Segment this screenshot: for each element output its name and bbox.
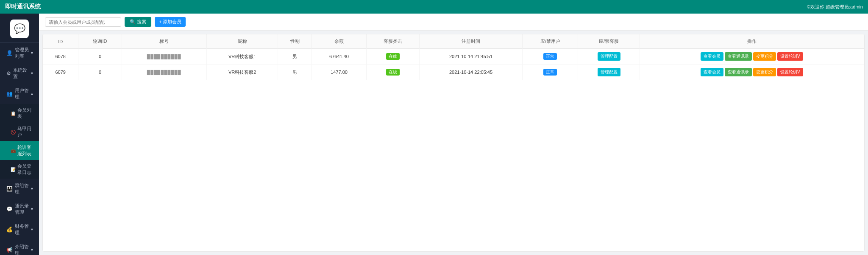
col-service-type: 客服类击	[366, 34, 419, 49]
view-contacts-btn-2[interactable]: 查看通讯录	[725, 68, 752, 76]
user-status-badge-2: 正常	[543, 69, 557, 76]
view-member-btn-1[interactable]: 查看会员	[701, 52, 723, 61]
table-row: 6079 0 ██████████ VR科技客服2 男 1477.00 在线 2…	[43, 64, 864, 80]
table-container: ID 轮询ID 标号 昵称 性别 余额 客服类击 注册时间 应/禁用户 应/禁客…	[42, 34, 865, 252]
toolbar: 🔍 搜索 + 添加会员	[39, 14, 868, 31]
col-number: 标号	[122, 34, 206, 49]
sidebar-sub-item-login-log[interactable]: 📝 会员登录日志	[0, 160, 39, 179]
manage-btn-2[interactable]: 管理配置	[598, 68, 620, 76]
cell-nickname-2: VR科技客服2	[206, 64, 278, 80]
sidebar-label-message: 通讯录管理	[15, 203, 30, 216]
cell-actions-2: 查看会员 查看通讯录 变更积分 设置轮训V	[640, 64, 864, 80]
cell-service-status-1: 管理配置	[578, 49, 640, 64]
masked-number-2: ██████████	[147, 70, 181, 75]
sidebar-sub-label-black-user: 马甲用户	[17, 126, 34, 138]
sidebar-label-manager: 管理员列表	[15, 47, 30, 59]
col-nickname: 昵称	[206, 34, 278, 49]
chevron-icon-manager: ▼	[30, 51, 34, 55]
manage-btn-1[interactable]: 管理配置	[598, 52, 620, 61]
col-actions: 操作	[640, 34, 864, 49]
sidebar-sub-item-black-user[interactable]: 🚫 马甲用户	[0, 123, 39, 141]
sidebar-label-complaint: 介绍管理	[15, 244, 30, 255]
col-balance: 余额	[312, 34, 367, 49]
sidebar-sub-item-member-list[interactable]: 📋 会员列表	[0, 104, 39, 123]
sidebar-item-user-management[interactable]: 👥 用户管理 ▲	[0, 84, 39, 104]
sidebar-sub-label-member-list: 会员列表	[17, 107, 34, 120]
col-service-status: 应/禁客服	[578, 34, 640, 49]
cell-service-type-1: 在线	[366, 49, 419, 64]
sidebar-item-message-management[interactable]: 💬 通讯录管理 ▼	[0, 199, 39, 219]
main-layout: 💬 👤 管理员列表 ▼ ⚙ 系统设置 ▼	[0, 14, 868, 255]
user-mgmt-icon: 👥	[6, 91, 13, 97]
top-header: 即时通讯系统 ©欢迎你,超级管理员:admin	[0, 0, 868, 14]
cell-round-id-2: 0	[78, 64, 122, 80]
search-icon: 🔍	[130, 19, 136, 25]
cell-id-2: 6079	[43, 64, 78, 80]
add-member-button[interactable]: + 添加会员	[155, 17, 186, 27]
col-gender: 性别	[278, 34, 312, 49]
search-input[interactable]	[45, 17, 121, 27]
black-user-icon: 🚫	[11, 130, 16, 135]
cell-actions-1: 查看会员 查看通讯录 变更积分 设置轮训V	[640, 49, 864, 64]
service-type-badge-2: 在线	[386, 69, 400, 76]
cell-round-id-1: 0	[78, 49, 122, 64]
cell-balance-1: 67641.40	[312, 49, 367, 64]
cell-balance-2: 1477.00	[312, 64, 367, 80]
cs-list-icon: 💼	[11, 149, 16, 153]
manager-icon: 👤	[6, 50, 13, 56]
finance-icon: 💰	[6, 227, 13, 233]
user-status-badge-1: 正常	[543, 53, 557, 60]
sidebar-menu: 👤 管理员列表 ▼ ⚙ 系统设置 ▼ 👥 用户管理 ▲	[0, 43, 39, 255]
chevron-icon-complaint: ▼	[30, 248, 34, 252]
sidebar-logo: 💬	[0, 14, 39, 43]
sidebar-item-group-management[interactable]: 👪 群组管理 ▼	[0, 179, 39, 199]
set-rotation-btn-2[interactable]: 设置轮训V	[777, 68, 803, 76]
view-contacts-btn-1[interactable]: 查看通讯录	[725, 52, 752, 61]
sidebar-item-system-settings[interactable]: ⚙ 系统设置 ▼	[0, 63, 39, 84]
user-info: ©欢迎你,超级管理员:admin	[807, 4, 863, 10]
sidebar-item-complaint[interactable]: 📢 介绍管理 ▼	[0, 240, 39, 255]
cell-register-time-2: 2021-10-14 22:05:45	[419, 64, 523, 80]
chevron-icon-finance: ▼	[30, 227, 34, 232]
sidebar-item-manager-list[interactable]: 👤 管理员列表 ▼	[0, 43, 39, 63]
sidebar-label-settings: 系统设置	[13, 67, 30, 80]
search-label: 搜索	[137, 19, 146, 25]
group-mgmt-icon: 👪	[6, 186, 13, 192]
table-row: 6078 0 ██████████ VR科技客服1 男 67641.40 在线 …	[43, 49, 864, 64]
cell-register-time-1: 2021-10-14 21:45:51	[419, 49, 523, 64]
col-user-status: 应/禁用户	[523, 34, 578, 49]
message-icon: 💬	[6, 206, 13, 212]
login-log-icon: 📝	[11, 167, 16, 172]
service-type-badge-1: 在线	[386, 53, 400, 60]
action-group-1: 查看会员 查看通讯录 变更积分 设置轮训V	[643, 52, 860, 61]
cell-service-status-2: 管理配置	[578, 64, 640, 80]
view-member-btn-2[interactable]: 查看会员	[701, 68, 723, 76]
logo-icon: 💬	[10, 20, 29, 38]
sidebar-label-user-mgmt: 用户管理	[15, 87, 30, 100]
data-table: ID 轮询ID 标号 昵称 性别 余额 客服类击 注册时间 应/禁用户 应/禁客…	[43, 34, 864, 80]
cell-id-1: 6078	[43, 49, 78, 64]
settings-icon: ⚙	[6, 70, 11, 76]
cell-gender-1: 男	[278, 49, 312, 64]
chevron-icon-group: ▼	[30, 187, 34, 191]
member-list-icon: 📋	[11, 111, 16, 116]
change-points-btn-1[interactable]: 变更积分	[753, 52, 776, 61]
col-round-id: 轮询ID	[78, 34, 122, 49]
change-points-btn-2[interactable]: 变更积分	[753, 68, 776, 76]
cell-gender-2: 男	[278, 64, 312, 80]
cell-service-type-2: 在线	[366, 64, 419, 80]
cell-nickname-1: VR科技客服1	[206, 49, 278, 64]
cell-user-status-2: 正常	[523, 64, 578, 80]
sidebar-item-finance[interactable]: 💰 财务管理 ▼	[0, 219, 39, 240]
sidebar-sub-item-customer-service[interactable]: 💼 轮训客服列表	[0, 141, 39, 160]
chevron-icon-settings: ▼	[30, 71, 34, 76]
table-header-row: ID 轮询ID 标号 昵称 性别 余额 客服类击 注册时间 应/禁用户 应/禁客…	[43, 34, 864, 49]
search-button[interactable]: 🔍 搜索	[125, 17, 151, 27]
action-group-2: 查看会员 查看通讯录 变更积分 设置轮训V	[643, 68, 860, 76]
col-id: ID	[43, 34, 78, 49]
cell-number-1: ██████████	[122, 49, 206, 64]
cell-number-2: ██████████	[122, 64, 206, 80]
chevron-icon-user-mgmt: ▲	[30, 92, 34, 96]
sidebar-label-finance: 财务管理	[15, 223, 30, 236]
set-rotation-btn-1[interactable]: 设置轮训V	[777, 52, 803, 61]
